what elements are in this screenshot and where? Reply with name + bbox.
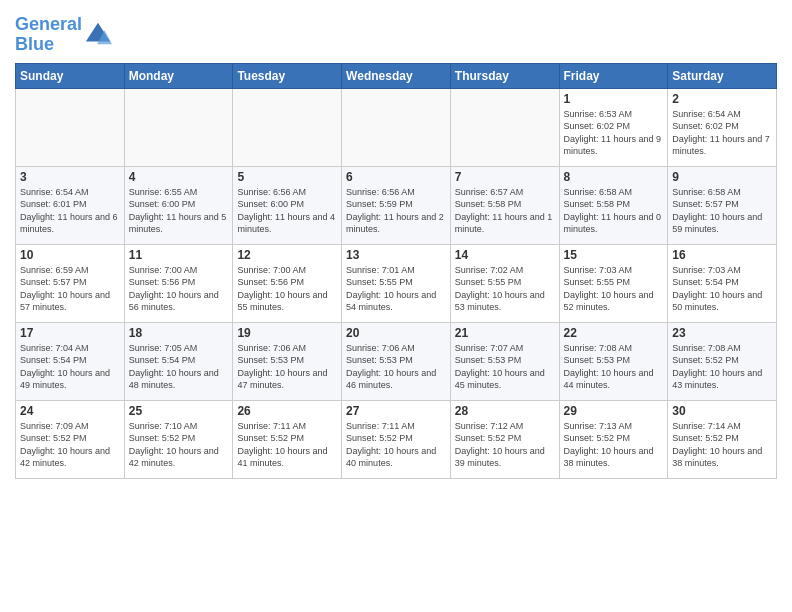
day-number: 7	[455, 170, 555, 184]
calendar-cell	[16, 88, 125, 166]
calendar-cell: 16Sunrise: 7:03 AM Sunset: 5:54 PM Dayli…	[668, 244, 777, 322]
calendar-cell: 8Sunrise: 6:58 AM Sunset: 5:58 PM Daylig…	[559, 166, 668, 244]
day-info: Sunrise: 7:03 AM Sunset: 5:55 PM Dayligh…	[564, 264, 664, 314]
week-row-4: 24Sunrise: 7:09 AM Sunset: 5:52 PM Dayli…	[16, 400, 777, 478]
week-row-0: 1Sunrise: 6:53 AM Sunset: 6:02 PM Daylig…	[16, 88, 777, 166]
calendar-cell: 30Sunrise: 7:14 AM Sunset: 5:52 PM Dayli…	[668, 400, 777, 478]
calendar-cell: 7Sunrise: 6:57 AM Sunset: 5:58 PM Daylig…	[450, 166, 559, 244]
day-info: Sunrise: 6:58 AM Sunset: 5:58 PM Dayligh…	[564, 186, 664, 236]
calendar-cell: 11Sunrise: 7:00 AM Sunset: 5:56 PM Dayli…	[124, 244, 233, 322]
day-info: Sunrise: 7:07 AM Sunset: 5:53 PM Dayligh…	[455, 342, 555, 392]
day-number: 20	[346, 326, 446, 340]
calendar-cell: 10Sunrise: 6:59 AM Sunset: 5:57 PM Dayli…	[16, 244, 125, 322]
calendar-cell: 26Sunrise: 7:11 AM Sunset: 5:52 PM Dayli…	[233, 400, 342, 478]
day-number: 10	[20, 248, 120, 262]
calendar-cell	[233, 88, 342, 166]
day-info: Sunrise: 7:05 AM Sunset: 5:54 PM Dayligh…	[129, 342, 229, 392]
calendar-cell: 28Sunrise: 7:12 AM Sunset: 5:52 PM Dayli…	[450, 400, 559, 478]
day-header-tuesday: Tuesday	[233, 63, 342, 88]
day-info: Sunrise: 7:13 AM Sunset: 5:52 PM Dayligh…	[564, 420, 664, 470]
calendar-cell: 24Sunrise: 7:09 AM Sunset: 5:52 PM Dayli…	[16, 400, 125, 478]
day-number: 23	[672, 326, 772, 340]
day-number: 13	[346, 248, 446, 262]
day-number: 21	[455, 326, 555, 340]
day-info: Sunrise: 7:10 AM Sunset: 5:52 PM Dayligh…	[129, 420, 229, 470]
week-row-2: 10Sunrise: 6:59 AM Sunset: 5:57 PM Dayli…	[16, 244, 777, 322]
calendar-cell: 22Sunrise: 7:08 AM Sunset: 5:53 PM Dayli…	[559, 322, 668, 400]
day-number: 6	[346, 170, 446, 184]
day-info: Sunrise: 7:08 AM Sunset: 5:52 PM Dayligh…	[672, 342, 772, 392]
calendar-cell: 20Sunrise: 7:06 AM Sunset: 5:53 PM Dayli…	[342, 322, 451, 400]
day-info: Sunrise: 6:55 AM Sunset: 6:00 PM Dayligh…	[129, 186, 229, 236]
day-header-thursday: Thursday	[450, 63, 559, 88]
day-header-saturday: Saturday	[668, 63, 777, 88]
day-header-friday: Friday	[559, 63, 668, 88]
calendar-cell: 13Sunrise: 7:01 AM Sunset: 5:55 PM Dayli…	[342, 244, 451, 322]
calendar-cell: 14Sunrise: 7:02 AM Sunset: 5:55 PM Dayli…	[450, 244, 559, 322]
day-number: 30	[672, 404, 772, 418]
day-info: Sunrise: 7:09 AM Sunset: 5:52 PM Dayligh…	[20, 420, 120, 470]
calendar-cell: 9Sunrise: 6:58 AM Sunset: 5:57 PM Daylig…	[668, 166, 777, 244]
day-info: Sunrise: 7:03 AM Sunset: 5:54 PM Dayligh…	[672, 264, 772, 314]
day-info: Sunrise: 7:02 AM Sunset: 5:55 PM Dayligh…	[455, 264, 555, 314]
day-number: 17	[20, 326, 120, 340]
day-info: Sunrise: 6:56 AM Sunset: 5:59 PM Dayligh…	[346, 186, 446, 236]
day-number: 11	[129, 248, 229, 262]
day-number: 15	[564, 248, 664, 262]
day-info: Sunrise: 6:59 AM Sunset: 5:57 PM Dayligh…	[20, 264, 120, 314]
week-row-3: 17Sunrise: 7:04 AM Sunset: 5:54 PM Dayli…	[16, 322, 777, 400]
day-header-wednesday: Wednesday	[342, 63, 451, 88]
calendar-cell: 29Sunrise: 7:13 AM Sunset: 5:52 PM Dayli…	[559, 400, 668, 478]
day-info: Sunrise: 6:54 AM Sunset: 6:01 PM Dayligh…	[20, 186, 120, 236]
day-info: Sunrise: 7:12 AM Sunset: 5:52 PM Dayligh…	[455, 420, 555, 470]
day-number: 14	[455, 248, 555, 262]
calendar-cell: 3Sunrise: 6:54 AM Sunset: 6:01 PM Daylig…	[16, 166, 125, 244]
day-info: Sunrise: 6:58 AM Sunset: 5:57 PM Dayligh…	[672, 186, 772, 236]
header: General Blue	[15, 10, 777, 55]
day-number: 25	[129, 404, 229, 418]
calendar-cell: 15Sunrise: 7:03 AM Sunset: 5:55 PM Dayli…	[559, 244, 668, 322]
logo-icon	[84, 21, 112, 49]
calendar-cell: 4Sunrise: 6:55 AM Sunset: 6:00 PM Daylig…	[124, 166, 233, 244]
day-number: 4	[129, 170, 229, 184]
day-number: 29	[564, 404, 664, 418]
day-info: Sunrise: 6:56 AM Sunset: 6:00 PM Dayligh…	[237, 186, 337, 236]
day-info: Sunrise: 7:11 AM Sunset: 5:52 PM Dayligh…	[346, 420, 446, 470]
day-info: Sunrise: 6:57 AM Sunset: 5:58 PM Dayligh…	[455, 186, 555, 236]
day-number: 16	[672, 248, 772, 262]
calendar-cell: 19Sunrise: 7:06 AM Sunset: 5:53 PM Dayli…	[233, 322, 342, 400]
calendar-cell: 21Sunrise: 7:07 AM Sunset: 5:53 PM Dayli…	[450, 322, 559, 400]
day-number: 12	[237, 248, 337, 262]
day-number: 9	[672, 170, 772, 184]
day-number: 27	[346, 404, 446, 418]
day-number: 22	[564, 326, 664, 340]
day-number: 18	[129, 326, 229, 340]
day-header-sunday: Sunday	[16, 63, 125, 88]
day-info: Sunrise: 7:00 AM Sunset: 5:56 PM Dayligh…	[237, 264, 337, 314]
calendar-header-row: SundayMondayTuesdayWednesdayThursdayFrid…	[16, 63, 777, 88]
day-info: Sunrise: 6:54 AM Sunset: 6:02 PM Dayligh…	[672, 108, 772, 158]
day-header-monday: Monday	[124, 63, 233, 88]
calendar-cell: 25Sunrise: 7:10 AM Sunset: 5:52 PM Dayli…	[124, 400, 233, 478]
page-container: General Blue SundayMondayTuesdayWednesda…	[0, 0, 792, 484]
calendar-cell: 6Sunrise: 6:56 AM Sunset: 5:59 PM Daylig…	[342, 166, 451, 244]
day-number: 5	[237, 170, 337, 184]
logo: General Blue	[15, 15, 112, 55]
day-info: Sunrise: 7:06 AM Sunset: 5:53 PM Dayligh…	[237, 342, 337, 392]
calendar-cell: 17Sunrise: 7:04 AM Sunset: 5:54 PM Dayli…	[16, 322, 125, 400]
day-number: 1	[564, 92, 664, 106]
day-info: Sunrise: 7:11 AM Sunset: 5:52 PM Dayligh…	[237, 420, 337, 470]
day-number: 28	[455, 404, 555, 418]
week-row-1: 3Sunrise: 6:54 AM Sunset: 6:01 PM Daylig…	[16, 166, 777, 244]
calendar-cell: 27Sunrise: 7:11 AM Sunset: 5:52 PM Dayli…	[342, 400, 451, 478]
day-info: Sunrise: 7:01 AM Sunset: 5:55 PM Dayligh…	[346, 264, 446, 314]
day-number: 8	[564, 170, 664, 184]
calendar-cell: 18Sunrise: 7:05 AM Sunset: 5:54 PM Dayli…	[124, 322, 233, 400]
calendar-cell	[342, 88, 451, 166]
day-info: Sunrise: 7:06 AM Sunset: 5:53 PM Dayligh…	[346, 342, 446, 392]
day-number: 26	[237, 404, 337, 418]
calendar-table: SundayMondayTuesdayWednesdayThursdayFrid…	[15, 63, 777, 479]
day-number: 2	[672, 92, 772, 106]
logo-text: General Blue	[15, 15, 82, 55]
day-info: Sunrise: 7:04 AM Sunset: 5:54 PM Dayligh…	[20, 342, 120, 392]
